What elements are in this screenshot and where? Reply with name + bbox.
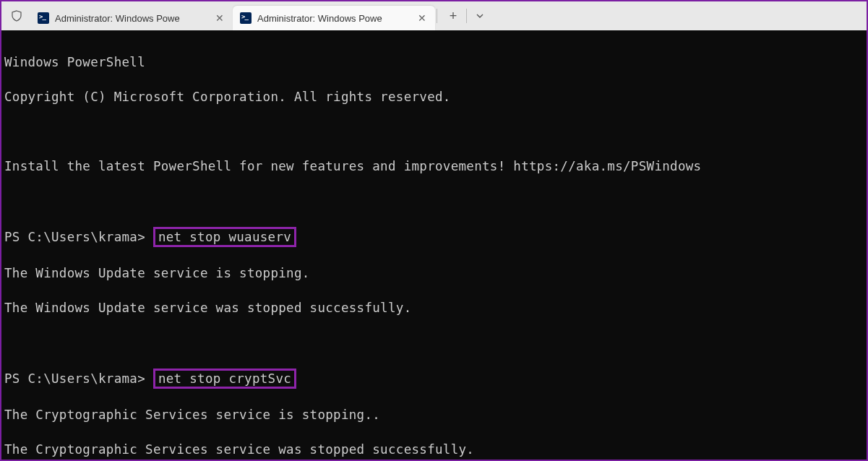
powershell-icon bbox=[240, 12, 252, 24]
terminal-line: The Cryptographic Services service is st… bbox=[4, 406, 864, 423]
close-icon[interactable]: ✕ bbox=[416, 12, 428, 24]
tab-divider bbox=[437, 9, 437, 23]
terminal-pane[interactable]: Windows PowerShell Copyright (C) Microso… bbox=[1, 30, 867, 460]
terminal-line: PS C:\Users\krama> net stop wuauserv bbox=[4, 227, 864, 247]
prompt: PS C:\Users\krama> bbox=[4, 230, 153, 244]
tab-divider bbox=[466, 9, 467, 23]
command-highlight: net stop wuauserv bbox=[153, 227, 296, 247]
command-highlight: net stop cryptSvc bbox=[153, 369, 296, 389]
terminal-line: Windows PowerShell bbox=[4, 53, 864, 71]
terminal-line: PS C:\Users\krama> net stop cryptSvc bbox=[4, 369, 864, 389]
tab-title: Administrator: Windows Powe bbox=[55, 13, 208, 24]
chevron-down-icon bbox=[476, 12, 484, 20]
terminal-line: The Cryptographic Services service was s… bbox=[4, 441, 864, 458]
tab-active[interactable]: Administrator: Windows Powe ✕ bbox=[233, 6, 435, 30]
terminal-line bbox=[4, 123, 864, 140]
powershell-icon bbox=[38, 12, 49, 24]
terminal-line: The Windows Update service was stopped s… bbox=[4, 299, 864, 316]
tab-bar: Administrator: Windows Powe ✕ Administra… bbox=[1, 1, 867, 30]
tab-title: Administrator: Windows Powe bbox=[257, 13, 411, 24]
terminal-line bbox=[4, 334, 864, 351]
admin-shield-icon bbox=[10, 9, 23, 22]
tab-inactive[interactable]: Administrator: Windows Powe ✕ bbox=[30, 6, 233, 30]
terminal-line: Install the latest PowerShell for new fe… bbox=[4, 158, 864, 175]
tab-dropdown-button[interactable] bbox=[468, 4, 491, 27]
terminal-line: The Windows Update service is stopping. bbox=[4, 264, 864, 282]
new-tab-button[interactable]: + bbox=[442, 4, 465, 27]
terminal-line: Copyright (C) Microsoft Corporation. All… bbox=[4, 88, 864, 105]
close-icon[interactable]: ✕ bbox=[214, 12, 225, 24]
terminal-line bbox=[4, 192, 864, 210]
prompt: PS C:\Users\krama> bbox=[4, 371, 153, 386]
